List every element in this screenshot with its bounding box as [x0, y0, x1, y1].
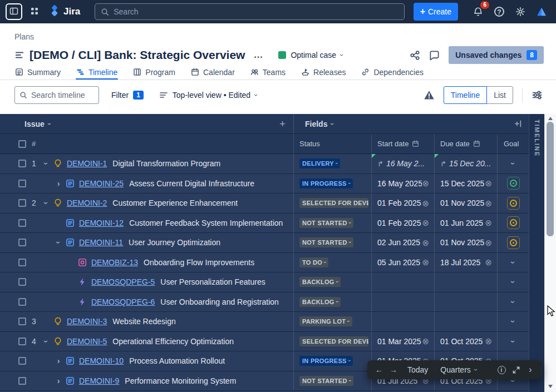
select-all-checkbox[interactable] — [18, 140, 26, 148]
view-settings-dropdown[interactable]: Top-level view • Edited — [156, 87, 260, 103]
clear-date-button[interactable] — [485, 337, 492, 345]
issue-key-link[interactable]: DEMOINI-1 — [67, 159, 107, 168]
breadcrumb[interactable]: Plans — [14, 32, 34, 41]
status-badge[interactable]: SELECTED FOR DEVELOPM — [299, 336, 368, 346]
due-date-cell[interactable]: 01 Nov 2025 — [434, 193, 497, 213]
row-checkbox[interactable] — [18, 239, 26, 246]
goal-cell[interactable] — [497, 332, 529, 351]
table-row[interactable]: DEMOSQDPEG-5User Personalization Feature… — [0, 272, 556, 292]
table-row[interactable]: 4DEMOINI-5Operational Efficiency Optimiz… — [0, 332, 556, 352]
expand-toggle[interactable] — [54, 356, 63, 365]
add-issue-button[interactable]: + — [279, 118, 286, 130]
global-search-input[interactable]: Search — [95, 3, 404, 20]
table-row[interactable]: DEMOINI-11User Journey OptimizationNOT S… — [0, 233, 556, 253]
goal-cell[interactable] — [497, 253, 529, 272]
status-badge[interactable]: NOT STARTED — [299, 218, 353, 228]
tab-calendar[interactable]: Calendar — [190, 64, 235, 80]
issue-key-link[interactable]: DEMOINI-10 — [79, 356, 124, 365]
clear-date-button[interactable] — [422, 337, 429, 345]
row-checkbox[interactable] — [18, 338, 26, 345]
scroll-up-arrow[interactable] — [548, 117, 553, 120]
tab-releases[interactable]: Releases — [301, 64, 346, 80]
expand-toggle[interactable] — [42, 199, 51, 207]
notifications-button[interactable]: 6 — [469, 3, 487, 21]
goal-icon[interactable] — [507, 197, 520, 210]
chevron-down-icon[interactable] — [46, 123, 53, 125]
row-checkbox[interactable] — [18, 259, 26, 266]
jira-home-link[interactable]: Jira — [49, 5, 80, 19]
clear-date-button[interactable] — [422, 239, 429, 247]
tab-summary[interactable]: Summary — [14, 64, 61, 80]
warnings-button[interactable] — [424, 90, 435, 101]
clear-date-button[interactable] — [422, 179, 429, 187]
status-badge[interactable]: IN PROGRESS — [299, 356, 353, 366]
timeline-rail[interactable]: TIMELINE — [529, 114, 544, 392]
table-row[interactable]: DEMOBIZ-13Onboarding Flow ImprovementsTO… — [0, 253, 556, 273]
row-checkbox[interactable] — [18, 219, 26, 227]
start-date-cell[interactable]: 05 Jun 2025 — [371, 253, 434, 272]
start-date-cell[interactable] — [371, 292, 434, 312]
issue-key-link[interactable]: DEMOINI-12 — [79, 219, 124, 227]
status-badge[interactable]: NOT STARTED — [299, 237, 353, 247]
zoom-level-dropdown[interactable]: Quarters — [435, 365, 482, 374]
status-badge[interactable]: PARKING LOT — [299, 316, 352, 326]
scenario-selector[interactable]: Optimal case — [278, 51, 343, 59]
row-checkbox[interactable] — [18, 180, 26, 187]
issue-key-link[interactable]: DEMOINI-11 — [79, 238, 123, 247]
issue-key-link[interactable]: DEMOINI-3 — [67, 317, 107, 326]
search-timeline-input[interactable]: Search timeline — [14, 86, 99, 104]
status-badge[interactable]: TO DO — [299, 257, 328, 267]
status-badge[interactable]: BACKLOG — [299, 277, 341, 287]
start-date-cell[interactable] — [371, 272, 434, 292]
chevron-down-icon[interactable] — [329, 123, 336, 125]
clear-date-button[interactable] — [485, 199, 492, 207]
goal-cell[interactable] — [497, 174, 529, 193]
expand-toggle[interactable] — [42, 337, 51, 346]
goal-cell[interactable] — [497, 292, 529, 312]
scroll-left-button[interactable] — [372, 363, 386, 377]
due-date-cell[interactable]: 18 Jul 2025 — [434, 253, 497, 272]
due-date-cell[interactable]: 01 Oct 2025 — [434, 332, 497, 351]
goal-icon[interactable] — [507, 236, 520, 249]
clear-date-button[interactable] — [485, 258, 492, 266]
status-badge[interactable]: SELECTED FOR DEVELOPM — [299, 198, 368, 208]
settings-button[interactable] — [511, 3, 529, 21]
row-checkbox[interactable] — [18, 357, 26, 365]
due-date-cell[interactable]: 15 Dec 2025 — [434, 174, 497, 193]
row-checkbox[interactable] — [18, 160, 26, 167]
goal-cell[interactable] — [497, 272, 529, 292]
goal-expand-chevron[interactable] — [509, 300, 518, 303]
issue-key-link[interactable]: DEMOINI-9 — [79, 376, 119, 385]
issue-key-link[interactable]: DEMOINI-25 — [79, 179, 124, 188]
status-badge[interactable]: IN PROGRESS — [299, 178, 353, 188]
clear-date-button[interactable] — [485, 219, 492, 227]
issue-key-link[interactable]: DEMOBIZ-13 — [91, 258, 138, 267]
start-date-cell[interactable] — [371, 312, 434, 331]
unsaved-changes-button[interactable]: Unsaved changes 8 — [449, 46, 544, 64]
table-row[interactable]: 1DEMOINI-1Digital Transformation Program… — [0, 154, 556, 174]
expand-toggle[interactable] — [54, 376, 63, 385]
status-badge[interactable]: DELIVERY — [299, 158, 340, 168]
table-row[interactable]: DEMOSQDPEG-6User Onboarding and Registra… — [0, 292, 556, 312]
expand-toggle[interactable] — [54, 179, 63, 188]
due-date-cell[interactable] — [434, 312, 497, 331]
goal-cell[interactable] — [497, 193, 529, 213]
scroll-down-arrow[interactable] — [548, 385, 553, 388]
goal-cell[interactable] — [497, 312, 529, 331]
row-checkbox[interactable] — [18, 278, 26, 286]
row-checkbox[interactable] — [18, 377, 26, 385]
start-date-cell[interactable]: 01 Feb 2025 — [371, 214, 434, 233]
goal-expand-chevron[interactable] — [509, 340, 518, 343]
goal-expand-chevron[interactable] — [509, 261, 518, 264]
timeline-info-button[interactable] — [494, 363, 509, 377]
profile-avatar[interactable] — [533, 3, 550, 21]
issue-key-link[interactable]: DEMOSQDPEG-5 — [91, 277, 155, 286]
fullscreen-button[interactable] — [509, 363, 523, 377]
goal-icon[interactable] — [507, 216, 520, 229]
scroll-right-button[interactable] — [386, 363, 401, 377]
tab-timeline[interactable]: Timeline — [76, 64, 118, 80]
goal-expand-chevron[interactable] — [509, 320, 518, 323]
clear-date-button[interactable] — [422, 199, 429, 207]
clear-date-button[interactable] — [485, 239, 492, 247]
more-options-button[interactable] — [250, 49, 267, 61]
